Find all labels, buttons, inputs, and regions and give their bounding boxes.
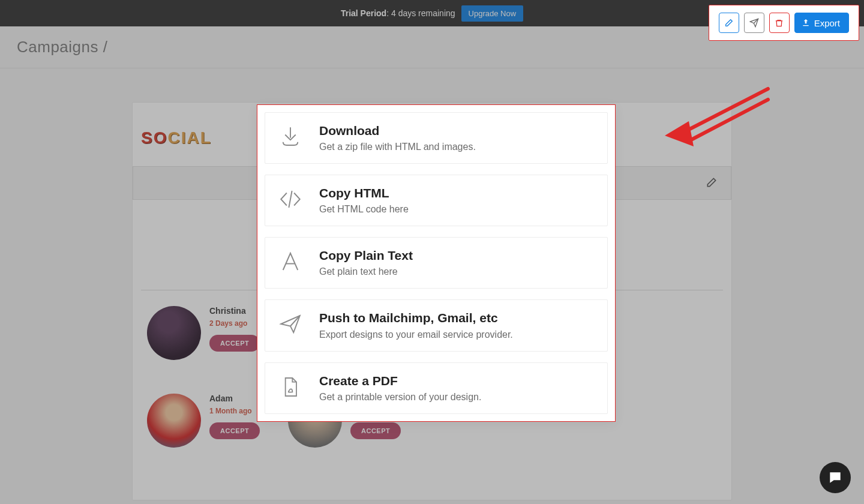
- svg-line-0: [684, 89, 768, 132]
- code-icon: [277, 186, 304, 212]
- chat-icon: [827, 470, 843, 485]
- delete-button[interactable]: [769, 13, 790, 33]
- svg-line-1: [690, 100, 768, 140]
- export-button[interactable]: Export: [794, 13, 849, 33]
- edit-button[interactable]: [719, 13, 739, 33]
- menu-desc: Get plain text here: [319, 266, 413, 277]
- annotation-arrow: [660, 83, 780, 155]
- svg-marker-2: [665, 121, 694, 146]
- export-menu: Download Get a zip file with HTML and im…: [257, 104, 616, 422]
- menu-desc: Export designs to your email service pro…: [319, 329, 513, 340]
- export-option-download[interactable]: Download Get a zip file with HTML and im…: [265, 112, 608, 164]
- paper-plane-icon: [277, 311, 304, 337]
- chat-launcher[interactable]: [820, 462, 851, 493]
- menu-desc: Get a zip file with HTML and images.: [319, 142, 476, 152]
- menu-desc: Get a printable version of your design.: [319, 392, 481, 403]
- menu-desc: Get HTML code here: [319, 204, 409, 215]
- menu-title: Push to Mailchimp, Gmail, etc: [319, 311, 513, 325]
- file-pdf-icon: [277, 374, 304, 400]
- send-button[interactable]: [744, 13, 764, 33]
- menu-title: Download: [319, 124, 476, 138]
- letter-a-icon: [277, 248, 304, 275]
- menu-title: Copy HTML: [319, 186, 409, 200]
- export-option-push-esp[interactable]: Push to Mailchimp, Gmail, etc Export des…: [265, 299, 608, 351]
- export-option-pdf[interactable]: Create a PDF Get a printable version of …: [265, 362, 608, 414]
- menu-title: Create a PDF: [319, 374, 481, 388]
- upload-icon: [801, 18, 811, 28]
- export-option-copy-html[interactable]: Copy HTML Get HTML code here: [265, 175, 608, 226]
- download-icon: [277, 124, 304, 150]
- campaign-action-bar: Export: [709, 5, 859, 41]
- export-label: Export: [814, 18, 840, 28]
- export-option-copy-text[interactable]: Copy Plain Text Get plain text here: [265, 237, 608, 289]
- menu-title: Copy Plain Text: [319, 248, 413, 263]
